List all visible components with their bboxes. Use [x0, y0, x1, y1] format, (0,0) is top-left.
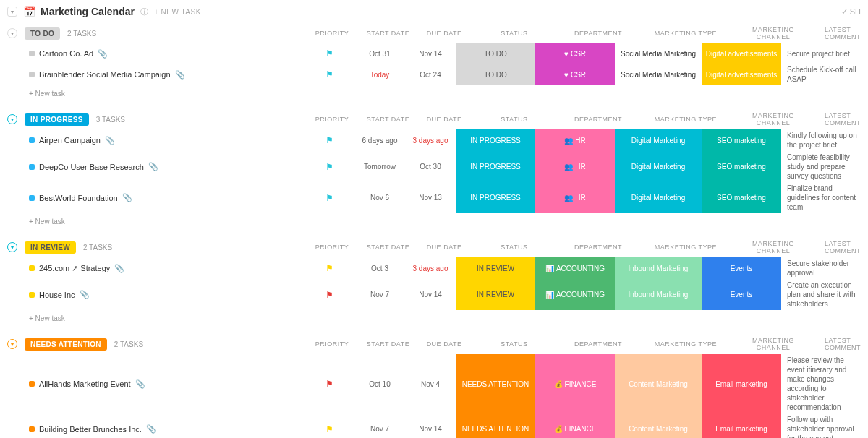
due-date-cell[interactable]: 3 days ago	[405, 257, 456, 279]
info-icon[interactable]: ⓘ	[140, 7, 148, 17]
group-status-pill[interactable]: TO DO	[25, 27, 60, 40]
col-latest-comment[interactable]: LATEST COMMENT	[819, 337, 861, 351]
priority-cell[interactable]: ⚑	[304, 413, 354, 438]
attachment-icon[interactable]: 📎	[148, 162, 158, 171]
col-priority[interactable]: PRIORITY	[307, 244, 357, 251]
comment-cell[interactable]: Schedule Kick-off call ASAP	[781, 64, 868, 85]
start-date-cell[interactable]: 6 days ago	[354, 129, 405, 151]
col-due-date[interactable]: DUE DATE	[420, 244, 469, 251]
marketing-type-cell[interactable]: Inbound Marketing	[615, 257, 702, 279]
marketing-type-cell[interactable]: Content Marketing	[615, 413, 702, 438]
task-name-cell[interactable]: Brainblender Social Media Campaign 📎	[0, 64, 304, 85]
col-due-date[interactable]: DUE DATE	[420, 340, 469, 348]
due-date-cell[interactable]: Oct 24	[405, 64, 456, 85]
task-row[interactable]: Airpen Campaign 📎 ⚑ 6 days ago 3 days ag…	[0, 129, 868, 151]
status-cell[interactable]: NEEDS ATTENTION	[456, 354, 535, 413]
marketing-channel-cell[interactable]: SEO marketing	[702, 182, 781, 213]
attachment-icon[interactable]: 📎	[146, 424, 156, 434]
status-cell[interactable]: NEEDS ATTENTION	[456, 413, 535, 438]
task-name-cell[interactable]: AllHands Marketing Event 📎	[0, 354, 304, 413]
col-status[interactable]: STATUS	[476, 244, 553, 251]
status-cell[interactable]: IN PROGRESS	[456, 182, 535, 213]
group-collapse-toggle[interactable]: ▾	[7, 114, 17, 124]
share-indicator[interactable]: ✓SH	[841, 7, 861, 17]
col-marketing-type[interactable]: MARKETING TYPE	[644, 116, 728, 123]
col-department[interactable]: DEPARTMENT	[560, 244, 637, 251]
group-status-pill[interactable]: IN PROGRESS	[25, 113, 89, 126]
priority-cell[interactable]: ⚑	[304, 43, 354, 64]
task-row[interactable]: 245.com ↗ Strategy 📎 ⚑ Oct 3 3 days ago …	[0, 257, 868, 279]
col-status[interactable]: STATUS	[476, 340, 553, 348]
task-name-cell[interactable]: Airpen Campaign 📎	[0, 129, 304, 151]
marketing-type-cell[interactable]: Social Media Marketing	[615, 43, 702, 64]
status-cell[interactable]: IN REVIEW	[456, 279, 535, 310]
start-date-cell[interactable]: Nov 7	[354, 413, 405, 438]
start-date-cell[interactable]: Tomorrow	[354, 151, 405, 182]
marketing-type-cell[interactable]: Digital Marketing	[615, 151, 702, 182]
task-row[interactable]: Cartoon Co. Ad 📎 ⚑ Oct 31 Nov 14 TO DO ♥…	[0, 43, 868, 64]
col-priority[interactable]: PRIORITY	[307, 116, 357, 123]
start-date-cell[interactable]: Oct 3	[354, 257, 405, 279]
group-collapse-toggle[interactable]: ▾	[7, 339, 17, 349]
col-start-date[interactable]: START DATE	[364, 30, 413, 37]
priority-cell[interactable]: ⚑	[304, 354, 354, 413]
marketing-type-cell[interactable]: Inbound Marketing	[615, 279, 702, 310]
marketing-channel-cell[interactable]: Email marketing	[702, 354, 781, 413]
priority-cell[interactable]: ⚑	[304, 257, 354, 279]
col-priority[interactable]: PRIORITY	[307, 30, 357, 37]
department-cell[interactable]: 👥 HR	[535, 182, 615, 213]
marketing-channel-cell[interactable]: Digital advertisements	[702, 43, 781, 64]
status-cell[interactable]: TO DO	[456, 64, 535, 85]
group-collapse-toggle[interactable]: ▾	[7, 28, 17, 38]
comment-cell[interactable]: Create an execution plan and share it wi…	[781, 279, 868, 310]
col-marketing-channel[interactable]: MARKETING CHANNEL	[735, 26, 812, 40]
collapse-toggle[interactable]: ▾	[7, 7, 17, 17]
due-date-cell[interactable]: Nov 4	[405, 354, 456, 413]
priority-cell[interactable]: ⚑	[304, 182, 354, 213]
priority-cell[interactable]: ⚑	[304, 64, 354, 85]
col-status[interactable]: STATUS	[476, 116, 553, 123]
comment-cell[interactable]: Complete feasibility study and prepare s…	[781, 151, 868, 182]
department-cell[interactable]: 📊 ACCOUNTING	[535, 257, 615, 279]
marketing-channel-cell[interactable]: Email marketing	[702, 413, 781, 438]
task-name-cell[interactable]: BestWorld Foundation 📎	[0, 182, 304, 213]
start-date-cell[interactable]: Today	[354, 64, 405, 85]
attachment-icon[interactable]: 📎	[98, 49, 108, 59]
col-marketing-type[interactable]: MARKETING TYPE	[644, 244, 728, 251]
col-department[interactable]: DEPARTMENT	[560, 30, 637, 37]
col-marketing-type[interactable]: MARKETING TYPE	[644, 30, 728, 37]
marketing-type-cell[interactable]: Digital Marketing	[615, 129, 702, 151]
marketing-channel-cell[interactable]: SEO marketing	[702, 151, 781, 182]
task-name-cell[interactable]: Building Better Brunches Inc. 📎	[0, 413, 304, 438]
marketing-type-cell[interactable]: Content Marketing	[615, 354, 702, 413]
task-name-cell[interactable]: DeepCo User Base Research 📎	[0, 151, 304, 182]
department-cell[interactable]: 📊 ACCOUNTING	[535, 279, 615, 310]
task-row[interactable]: Building Better Brunches Inc. 📎 ⚑ Nov 7 …	[0, 413, 868, 438]
task-row[interactable]: Brainblender Social Media Campaign 📎 ⚑ T…	[0, 64, 868, 85]
due-date-cell[interactable]: Nov 13	[405, 182, 456, 213]
marketing-channel-cell[interactable]: SEO marketing	[702, 129, 781, 151]
start-date-cell[interactable]: Oct 10	[354, 354, 405, 413]
marketing-channel-cell[interactable]: Events	[702, 279, 781, 310]
department-cell[interactable]: ♥ CSR	[535, 43, 615, 64]
status-cell[interactable]: IN REVIEW	[456, 257, 535, 279]
new-task-link[interactable]: + New task	[0, 213, 868, 230]
attachment-icon[interactable]: 📎	[114, 264, 124, 273]
start-date-cell[interactable]: Nov 6	[354, 182, 405, 213]
comment-cell[interactable]: Secure project brief	[781, 43, 868, 64]
attachment-icon[interactable]: 📎	[135, 379, 145, 389]
group-status-pill[interactable]: IN REVIEW	[25, 241, 76, 254]
priority-cell[interactable]: ⚑	[304, 129, 354, 151]
group-status-pill[interactable]: NEEDS ATTENTION	[25, 338, 107, 351]
start-date-cell[interactable]: Nov 7	[354, 279, 405, 310]
col-marketing-channel[interactable]: MARKETING CHANNEL	[735, 337, 812, 351]
priority-cell[interactable]: ⚑	[304, 151, 354, 182]
new-task-link[interactable]: + New task	[0, 310, 868, 327]
attachment-icon[interactable]: 📎	[80, 290, 90, 299]
col-marketing-channel[interactable]: MARKETING CHANNEL	[735, 112, 812, 126]
col-latest-comment[interactable]: LATEST COMMENT	[819, 26, 861, 40]
attachment-icon[interactable]: 📎	[122, 193, 132, 202]
col-priority[interactable]: PRIORITY	[307, 340, 357, 348]
col-marketing-channel[interactable]: MARKETING CHANNEL	[735, 240, 812, 254]
new-task-link[interactable]: + New task	[0, 85, 868, 102]
